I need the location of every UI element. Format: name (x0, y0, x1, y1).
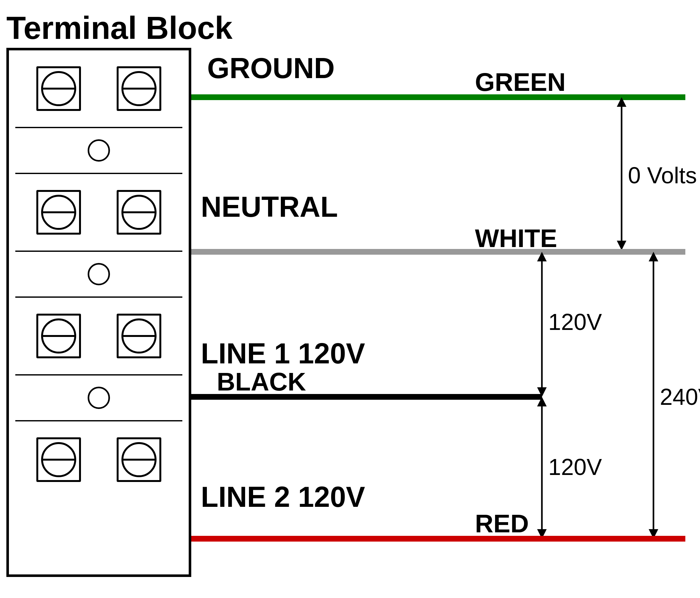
120v-label-right: 120V (548, 454, 602, 480)
line2-label: LINE 2 120V (201, 481, 365, 513)
red-label: RED (475, 509, 529, 538)
wiring-diagram: GROUND GREEN 0 Volts NEUTRAL WHITE 120V … (0, 0, 700, 598)
240v-label: 240V (660, 384, 700, 409)
page-container: Terminal Block (0, 0, 700, 598)
white-label: WHITE (475, 224, 557, 252)
green-label: GREEN (475, 68, 566, 96)
ground-label: GROUND (207, 52, 335, 84)
line1-label: LINE 1 120V (201, 338, 365, 370)
zero-volts-label: 0 Volts (628, 163, 697, 188)
black-label: BLACK (217, 368, 306, 396)
arrow-down-zero-head (617, 241, 626, 250)
120v-label-left: 120V (548, 309, 602, 335)
neutral-label: NEUTRAL (201, 191, 338, 223)
